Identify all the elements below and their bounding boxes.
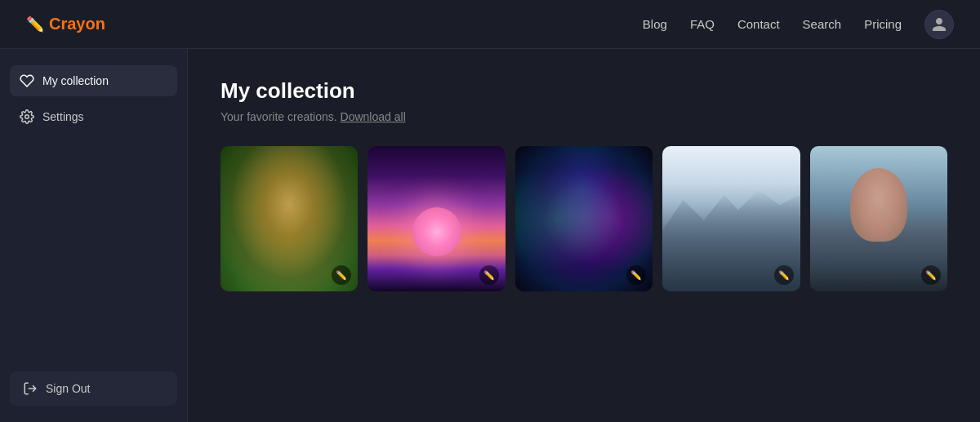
image-card-2[interactable]: ✏️ [368,146,505,291]
sidebar-item-settings-label: Settings [42,110,84,123]
edit-pencil-icon: ✏️ [778,270,790,281]
nav-faq[interactable]: FAQ [690,17,715,31]
layout: My collection Settings Sign Out My colle… [0,49,980,422]
edit-pencil-icon: ✏️ [925,270,937,281]
nav-pricing[interactable]: Pricing [864,17,902,31]
logo-text: Crayon [49,15,105,33]
image-card-4[interactable]: ✏️ [662,146,800,291]
main-nav: Blog FAQ Contact Search Pricing [643,10,954,39]
nav-search[interactable]: Search [803,17,842,31]
sidebar: My collection Settings Sign Out [0,49,188,422]
page-subtitle: Your favorite creations. Download all [220,110,947,123]
sign-out-button[interactable]: Sign Out [10,371,177,406]
image-4-edit-overlay: ✏️ [774,265,794,285]
sidebar-item-my-collection[interactable]: My collection [10,65,177,96]
logo-pencil-icon: ✏️ [26,16,44,33]
nav-blog[interactable]: Blog [643,17,667,31]
image-card-1[interactable]: ✏️ [220,146,358,291]
sidebar-item-my-collection-label: My collection [42,74,109,87]
header: ✏️ Crayon Blog FAQ Contact Search Pricin… [0,0,980,49]
sidebar-items: My collection Settings [10,65,177,132]
main-content: My collection Your favorite creations. D… [188,49,980,422]
download-all-link[interactable]: Download all [341,110,406,123]
settings-icon [20,109,34,124]
logo[interactable]: ✏️ Crayon [26,15,105,33]
page-title: My collection [220,78,947,104]
image-grid: ✏️ ✏️ ✏️ ✏️ [220,146,947,291]
user-avatar-button[interactable] [924,10,954,39]
sign-out-label: Sign Out [46,382,90,395]
user-icon [931,16,947,33]
image-card-5[interactable]: ✏️ [810,146,947,291]
image-card-3[interactable]: ✏️ [515,146,653,291]
image-2-edit-overlay: ✏️ [479,265,499,285]
edit-pencil-icon: ✏️ [336,270,347,281]
svg-point-0 [25,115,29,119]
nav-contact[interactable]: Contact [737,17,780,31]
image-5-edit-overlay: ✏️ [921,265,941,285]
edit-pencil-icon: ✏️ [630,270,642,281]
sign-out-icon [23,381,38,396]
heart-icon [20,73,34,88]
sidebar-item-settings[interactable]: Settings [10,101,177,132]
edit-pencil-icon: ✏️ [483,270,495,281]
